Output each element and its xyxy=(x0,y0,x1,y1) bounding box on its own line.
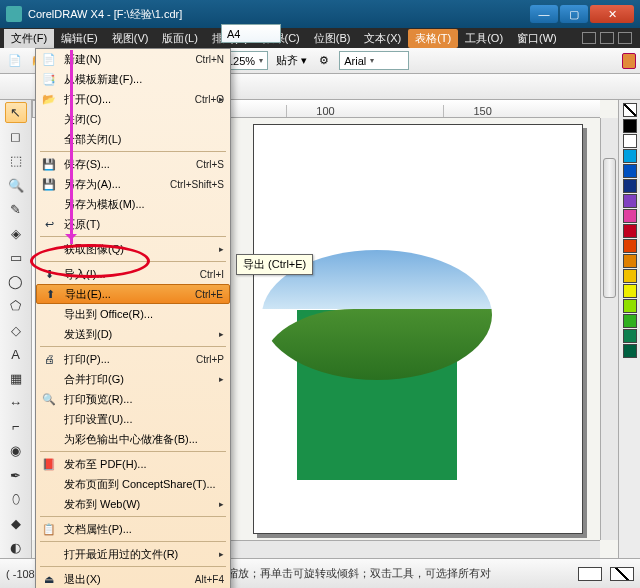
scrollbar-thumb[interactable] xyxy=(603,158,616,298)
menu-item-icon xyxy=(40,546,58,562)
menu-item-label: 为彩色输出中心做准备(B)... xyxy=(58,432,224,447)
menu-text[interactable]: 文本(X) xyxy=(357,29,408,48)
menu-item[interactable]: 📄新建(N)Ctrl+N xyxy=(36,49,230,69)
menu-item[interactable]: 📂打开(O)...Ctrl+O xyxy=(36,89,230,109)
menu-item-label: 获取图像(Q) xyxy=(58,242,224,257)
menu-item[interactable]: 发布页面到 ConceptShare(T)... xyxy=(36,474,230,494)
shape-tool[interactable]: ◻ xyxy=(5,126,27,147)
color-swatch[interactable] xyxy=(623,209,637,223)
font-combo[interactable]: Arial▾ xyxy=(339,51,409,70)
menu-item-icon xyxy=(40,241,58,257)
menu-item-icon xyxy=(40,371,58,387)
menu-item[interactable]: ⬆导出(E)...Ctrl+E xyxy=(36,284,230,304)
crop-tool[interactable]: ⬚ xyxy=(5,150,27,171)
menu-item[interactable]: 导出到 Office(R)... xyxy=(36,304,230,324)
rectangle-tool[interactable]: ▭ xyxy=(5,247,27,268)
options-icon[interactable]: ⚙ xyxy=(313,51,335,71)
page-size-combo[interactable]: A4 xyxy=(221,24,281,43)
menu-item[interactable]: 获取图像(Q) xyxy=(36,239,230,259)
color-swatch[interactable] xyxy=(623,269,637,283)
menu-item[interactable]: 打开最近用过的文件(R) xyxy=(36,544,230,564)
smart-fill-tool[interactable]: ◈ xyxy=(5,223,27,244)
menu-item-shortcut: Ctrl+N xyxy=(195,54,224,65)
color-swatch[interactable] xyxy=(623,194,637,208)
menu-item[interactable]: 全部关闭(L) xyxy=(36,129,230,149)
maximize-button[interactable]: ▢ xyxy=(560,5,588,23)
menu-item-icon: 📂 xyxy=(40,91,58,107)
color-swatch[interactable] xyxy=(623,119,637,133)
color-swatch[interactable] xyxy=(623,239,637,253)
connector-tool[interactable]: ⌐ xyxy=(5,416,27,437)
mdi-window-controls[interactable] xyxy=(582,32,636,44)
menu-item-icon: 🔍 xyxy=(40,391,58,407)
menu-item[interactable]: 📑从模板新建(F)... xyxy=(36,69,230,89)
color-swatch[interactable] xyxy=(623,284,637,298)
color-swatch[interactable] xyxy=(623,314,637,328)
menu-item-icon: 📋 xyxy=(40,521,58,537)
pick-tool[interactable]: ↖ xyxy=(5,102,27,123)
menu-item[interactable]: 打印设置(U)... xyxy=(36,409,230,429)
menu-item[interactable]: 📕发布至 PDF(H)... xyxy=(36,454,230,474)
menu-item[interactable]: 📋文档属性(P)... xyxy=(36,519,230,539)
color-swatch[interactable] xyxy=(623,299,637,313)
menu-item-icon xyxy=(40,496,58,512)
outline-indicator[interactable] xyxy=(610,567,634,581)
menu-item-icon: ↩ xyxy=(40,216,58,232)
menu-edit[interactable]: 编辑(E) xyxy=(54,29,105,48)
text-tool[interactable]: A xyxy=(5,344,27,365)
docker-icon[interactable] xyxy=(622,53,636,69)
no-fill-swatch[interactable] xyxy=(623,103,637,117)
menu-item[interactable]: 发布到 Web(W) xyxy=(36,494,230,514)
menu-item[interactable]: 合并打印(G) xyxy=(36,369,230,389)
blend-tool[interactable]: ◉ xyxy=(5,440,27,461)
menu-item[interactable]: ⬇导入(I)...Ctrl+I xyxy=(36,264,230,284)
snap-dropdown[interactable]: 贴齐 ▾ xyxy=(272,53,311,68)
menu-item[interactable]: ⏏退出(X)Alt+F4 xyxy=(36,569,230,588)
menu-item[interactable]: 为彩色输出中心做准备(B)... xyxy=(36,429,230,449)
export-tooltip: 导出 (Ctrl+E) xyxy=(236,254,313,275)
eyedropper-tool[interactable]: ✒ xyxy=(5,464,27,485)
new-icon[interactable]: 📄 xyxy=(4,51,26,71)
close-button[interactable]: ✕ xyxy=(590,5,634,23)
color-swatch[interactable] xyxy=(623,344,637,358)
color-swatch[interactable] xyxy=(623,164,637,178)
color-swatch[interactable] xyxy=(623,149,637,163)
minimize-button[interactable]: — xyxy=(530,5,558,23)
color-swatch[interactable] xyxy=(623,179,637,193)
menu-item[interactable]: 🔍打印预览(R)... xyxy=(36,389,230,409)
color-swatch[interactable] xyxy=(623,254,637,268)
menu-item[interactable]: 另存为模板(M)... xyxy=(36,194,230,214)
menu-layout[interactable]: 版面(L) xyxy=(155,29,204,48)
menu-item[interactable]: ↩还原(T) xyxy=(36,214,230,234)
menu-tools[interactable]: 工具(O) xyxy=(458,29,510,48)
menu-item[interactable]: 🖨打印(P)...Ctrl+P xyxy=(36,349,230,369)
ellipse-tool[interactable]: ◯ xyxy=(5,271,27,292)
table-tool[interactable]: ▦ xyxy=(5,368,27,389)
menu-item[interactable]: 💾保存(S)...Ctrl+S xyxy=(36,154,230,174)
menu-bitmap[interactable]: 位图(B) xyxy=(307,29,358,48)
menu-item[interactable]: 发送到(D) xyxy=(36,324,230,344)
color-swatch[interactable] xyxy=(623,224,637,238)
vertical-scrollbar[interactable] xyxy=(600,118,618,540)
color-swatch[interactable] xyxy=(623,329,637,343)
color-swatch[interactable] xyxy=(623,134,637,148)
fill-tool[interactable]: ◆ xyxy=(5,513,27,534)
menu-item-label: 另存为(A)... xyxy=(58,177,170,192)
interactive-fill-tool[interactable]: ◐ xyxy=(5,537,27,558)
dimension-tool[interactable]: ↔ xyxy=(5,392,27,413)
outline-tool[interactable]: ⬯ xyxy=(5,489,27,510)
menu-item[interactable]: 关闭(C) xyxy=(36,109,230,129)
menu-item-label: 发送到(D) xyxy=(58,327,224,342)
menu-table[interactable]: 表格(T) xyxy=(408,29,458,48)
zoom-tool[interactable]: 🔍 xyxy=(5,175,27,196)
freehand-tool[interactable]: ✎ xyxy=(5,199,27,220)
menu-window[interactable]: 窗口(W) xyxy=(510,29,564,48)
menu-item-shortcut: Alt+F4 xyxy=(195,574,224,585)
menu-item-label: 另存为模板(M)... xyxy=(58,197,224,212)
menu-file[interactable]: 文件(F) xyxy=(4,29,54,48)
menu-view[interactable]: 视图(V) xyxy=(105,29,156,48)
menu-item[interactable]: 💾另存为(A)...Ctrl+Shift+S xyxy=(36,174,230,194)
fill-indicator[interactable] xyxy=(578,567,602,581)
basic-shapes-tool[interactable]: ◇ xyxy=(5,319,27,340)
polygon-tool[interactable]: ⬠ xyxy=(5,295,27,316)
